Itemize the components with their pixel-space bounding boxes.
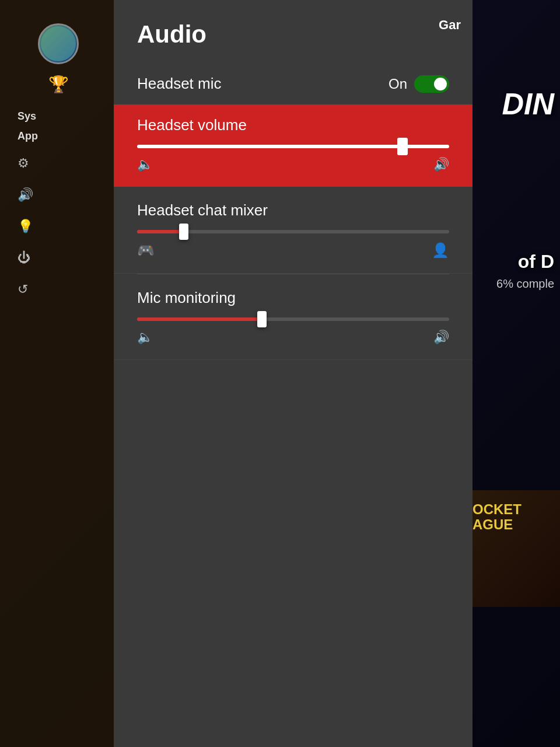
power-icon: ⏻ (18, 250, 30, 266)
mic-monitoring-track[interactable] (137, 317, 449, 321)
tips-icon: 💡 (18, 219, 33, 234)
refresh-icon: ↺ (18, 282, 28, 297)
mic-icon-low: 🔈 (137, 330, 153, 345)
controller-icon: 🎮 (137, 242, 155, 259)
game-progress: 6% comple (491, 274, 560, 294)
gamer-tag: Gar (439, 18, 461, 33)
game-card[interactable]: OCKETAGUE (467, 490, 560, 607)
volume-track[interactable] (137, 145, 449, 148)
trophy-icon: 🏆 (48, 75, 69, 94)
avatar[interactable] (38, 23, 79, 64)
mic-monitoring-icons: 🔈 🔊 (137, 330, 449, 345)
toggle-on-label: On (388, 76, 407, 92)
headset-volume-slider[interactable] (137, 145, 449, 148)
sidebar-app-label: App (0, 130, 117, 142)
game-card-label: OCKETAGUE (473, 502, 522, 533)
volume-icons: 🔈 🔊 (137, 157, 449, 172)
toggle-switch[interactable] (414, 75, 449, 93)
chat-mixer-label: Headset chat mixer (137, 201, 449, 219)
mic-monitoring-slider[interactable] (137, 317, 449, 321)
sidebar-item-settings[interactable]: ⚙ (0, 150, 117, 177)
sidebar-item-audio[interactable]: 🔊 (0, 181, 117, 208)
right-panel: DIN of D 6% comple OCKETAGUE (467, 0, 560, 747)
person-icon: 👤 (432, 242, 449, 259)
headset-mic-toggle[interactable]: On (388, 75, 449, 93)
avatar-image (41, 26, 76, 61)
mixer-icons: 🎮 👤 (137, 242, 449, 259)
chat-mixer-track[interactable] (137, 230, 449, 233)
sidebar-item-power[interactable]: ⏻ (0, 245, 117, 271)
mic-monitoring-thumb[interactable] (257, 311, 267, 327)
mic-icon-high: 🔊 (433, 330, 449, 345)
game-title-partial: DIN (496, 82, 560, 127)
sidebar-item-refresh[interactable]: ↺ (0, 276, 117, 303)
headset-mic-label: Headset mic (137, 75, 222, 93)
game-subtitle-partial: of D (512, 245, 560, 278)
audio-icon: 🔊 (18, 187, 33, 203)
sidebar-sys-label: Sys (0, 110, 117, 123)
sidebar-item-tips[interactable]: 💡 (0, 213, 117, 240)
headset-mic-row: Headset mic On (114, 63, 473, 104)
chat-mixer-section: Headset chat mixer 🎮 👤 (114, 187, 473, 274)
headset-volume-label: Headset volume (137, 116, 449, 134)
volume-icon-low: 🔈 (137, 157, 153, 172)
panel-header: Audio (114, 0, 473, 63)
chat-mixer-slider[interactable] (137, 230, 449, 233)
mic-monitoring-section: Mic monitoring 🔈 🔊 (114, 274, 473, 360)
main-panel: Audio Headset mic On Headset volume 🔈 🔊 … (114, 0, 473, 747)
headset-volume-section: Headset volume 🔈 🔊 (114, 104, 473, 187)
chat-mixer-thumb[interactable] (179, 224, 188, 240)
volume-thumb[interactable] (397, 138, 408, 155)
volume-icon-high: 🔊 (433, 157, 449, 172)
page-title: Audio (137, 20, 206, 48)
sidebar: 🏆 Sys App ⚙ 🔊 💡 ⏻ ↺ (0, 0, 117, 747)
settings-icon: ⚙ (18, 156, 29, 171)
mic-monitoring-label: Mic monitoring (137, 289, 449, 307)
